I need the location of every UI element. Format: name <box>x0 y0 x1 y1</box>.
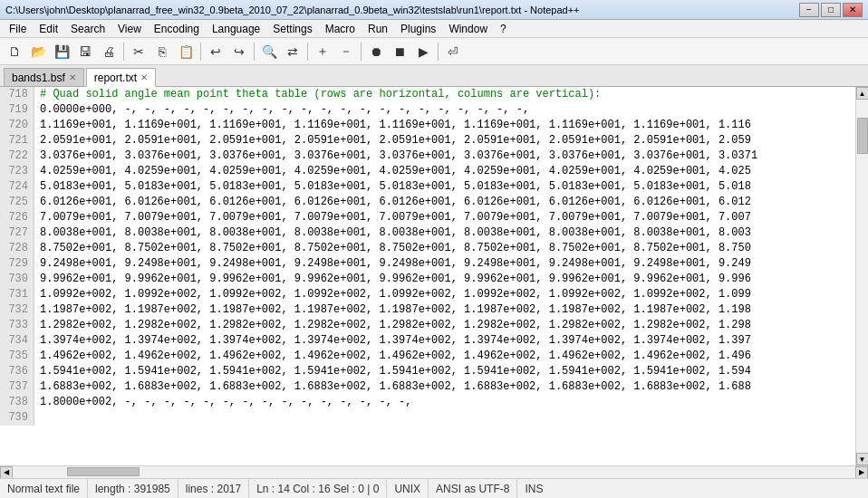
vertical-scrollbar[interactable]: ▲ ▼ <box>855 87 868 465</box>
scroll-up-button[interactable]: ▲ <box>856 87 869 100</box>
maximize-button[interactable]: □ <box>821 3 841 17</box>
tab-report-label: report.txt <box>94 72 137 84</box>
menu-item-macro[interactable]: Macro <box>320 22 361 36</box>
line-content[interactable]: 1.1169e+001, 1.1169e+001, 1.1169e+001, 1… <box>34 118 751 133</box>
line-number: 730 <box>0 272 34 287</box>
tab-bands1-close[interactable]: ✕ <box>69 72 76 82</box>
tab-report-close[interactable]: ✕ <box>140 72 148 82</box>
separator-1 <box>123 43 124 61</box>
table-row: 7190.0000e+000, -, -, -, -, -, -, -, -, … <box>0 102 855 118</box>
undo-button[interactable]: ↩ <box>205 41 227 62</box>
line-number: 731 <box>0 287 34 302</box>
scroll-down-button[interactable]: ▼ <box>856 453 869 465</box>
line-content[interactable]: 1.8000e+002, -, -, -, -, -, -, -, -, -, … <box>34 395 411 410</box>
menu-item-run[interactable]: Run <box>362 22 393 36</box>
toolbar: 🗋 📂 💾 🖫 🖨 ✂ ⎘ 📋 ↩ ↪ 🔍 ⇄ ＋ － ⏺ ⏹ ▶ ⏎ <box>0 38 868 65</box>
line-content[interactable]: 8.7502e+001, 8.7502e+001, 8.7502e+001, 8… <box>34 241 751 256</box>
tab-bands1[interactable]: bands1.bsf ✕ <box>4 68 84 86</box>
table-row: 7234.0259e+001, 4.0259e+001, 4.0259e+001… <box>0 164 855 179</box>
line-content[interactable]: 3.0376e+001, 3.0376e+001, 3.0376e+001, 3… <box>34 148 757 164</box>
table-row: 7341.3974e+002, 1.3974e+002, 1.3974e+002… <box>0 333 855 349</box>
scroll-track-h[interactable] <box>13 466 855 478</box>
table-row: 7212.0591e+001, 2.0591e+001, 2.0591e+001… <box>0 133 855 148</box>
scroll-left-button[interactable]: ◀ <box>0 466 13 479</box>
menu-item-file[interactable]: File <box>4 22 32 36</box>
line-number: 733 <box>0 318 34 333</box>
find-button[interactable]: 🔍 <box>258 41 280 62</box>
table-row: 739 <box>0 410 855 426</box>
redo-button[interactable]: ↪ <box>228 41 250 62</box>
line-content[interactable]: 7.0079e+001, 7.0079e+001, 7.0079e+001, 7… <box>34 210 751 225</box>
line-number: 736 <box>0 364 34 379</box>
status-eol: UNIX <box>387 479 429 498</box>
line-content[interactable]: 1.5941e+002, 1.5941e+002, 1.5941e+002, 1… <box>34 364 751 379</box>
menu-item-encoding[interactable]: Encoding <box>149 22 205 36</box>
replace-button[interactable]: ⇄ <box>282 41 304 62</box>
save-button[interactable]: 💾 <box>51 41 72 62</box>
table-row: 718# Quad solid angle mean point theta t… <box>0 87 855 102</box>
line-number: 719 <box>0 102 34 118</box>
copy-button[interactable]: ⎘ <box>151 41 173 62</box>
line-content[interactable]: 1.2982e+002, 1.2982e+002, 1.2982e+002, 1… <box>34 318 751 333</box>
line-content[interactable]: 8.0038e+001, 8.0038e+001, 8.0038e+001, 8… <box>34 225 751 241</box>
save-all-button[interactable]: 🖫 <box>74 41 96 62</box>
line-content[interactable]: 4.0259e+001, 4.0259e+001, 4.0259e+001, 4… <box>34 164 751 179</box>
paste-button[interactable]: 📋 <box>175 41 197 62</box>
menu-item-window[interactable]: Window <box>443 22 493 36</box>
line-content[interactable]: 1.6883e+002, 1.6883e+002, 1.6883e+002, 1… <box>34 379 751 395</box>
separator-5 <box>361 43 362 61</box>
line-number: 732 <box>0 302 34 318</box>
line-content[interactable]: 1.4962e+002, 1.4962e+002, 1.4962e+002, 1… <box>34 349 751 364</box>
editor-lines[interactable]: 718# Quad solid angle mean point theta t… <box>0 87 855 465</box>
status-lines: lines : 2017 <box>178 479 249 498</box>
line-content[interactable]: 1.1987e+002, 1.1987e+002, 1.1987e+002, 1… <box>34 302 751 318</box>
zoom-out-button[interactable]: － <box>335 41 357 62</box>
line-content[interactable]: 6.0126e+001, 6.0126e+001, 6.0126e+001, 6… <box>34 195 751 210</box>
line-content[interactable]: 9.9962e+001, 9.9962e+001, 9.9962e+001, 9… <box>34 272 751 287</box>
menu-item-plugins[interactable]: Plugins <box>395 22 441 36</box>
menu-item-search[interactable]: Search <box>65 22 111 36</box>
menu-item-edit[interactable]: Edit <box>34 22 63 36</box>
editor-scroll: 718# Quad solid angle mean point theta t… <box>0 87 868 465</box>
line-number: 725 <box>0 195 34 210</box>
cut-button[interactable]: ✂ <box>128 41 149 62</box>
line-number: 735 <box>0 349 34 364</box>
menu-item-view[interactable]: View <box>112 22 147 36</box>
macro-play-button[interactable]: ▶ <box>412 41 434 62</box>
tab-report[interactable]: report.txt ✕ <box>86 68 156 87</box>
line-content[interactable]: 9.2498e+001, 9.2498e+001, 9.2498e+001, 9… <box>34 256 751 272</box>
line-number: 722 <box>0 148 34 164</box>
line-number: 738 <box>0 395 34 410</box>
scroll-track-v[interactable] <box>856 100 868 453</box>
horizontal-scrollbar[interactable]: ◀ ▶ <box>0 465 868 478</box>
table-row: 7371.6883e+002, 1.6883e+002, 1.6883e+002… <box>0 379 855 395</box>
line-content[interactable]: 1.3974e+002, 1.3974e+002, 1.3974e+002, 1… <box>34 333 751 349</box>
minimize-button[interactable]: − <box>799 3 819 17</box>
menu-item-settings[interactable]: Settings <box>267 22 317 36</box>
line-content[interactable] <box>34 410 40 426</box>
scroll-thumb-v[interactable] <box>857 118 868 154</box>
wrap-button[interactable]: ⏎ <box>442 41 464 62</box>
table-row: 7223.0376e+001, 3.0376e+001, 3.0376e+001… <box>0 148 855 164</box>
print-button[interactable]: 🖨 <box>98 41 120 62</box>
line-content[interactable]: 0.0000e+000, -, -, -, -, -, -, -, -, -, … <box>34 102 529 118</box>
scroll-thumb-h[interactable] <box>67 467 140 476</box>
line-content[interactable]: 1.0992e+002, 1.0992e+002, 1.0992e+002, 1… <box>34 287 751 302</box>
status-filetype: Normal text file <box>7 479 88 498</box>
scroll-right-button[interactable]: ▶ <box>855 466 868 479</box>
new-button[interactable]: 🗋 <box>4 41 25 62</box>
line-number: 720 <box>0 118 34 133</box>
line-content[interactable]: 5.0183e+001, 5.0183e+001, 5.0183e+001, 5… <box>34 179 751 195</box>
macro-record-button[interactable]: ⏺ <box>365 41 387 62</box>
line-content[interactable]: # Quad solid angle mean point theta tabl… <box>34 87 601 102</box>
line-number: 739 <box>0 410 34 426</box>
zoom-in-button[interactable]: ＋ <box>312 41 333 62</box>
menu-item-?[interactable]: ? <box>495 22 512 36</box>
macro-stop-button[interactable]: ⏹ <box>389 41 410 62</box>
table-row: 7299.2498e+001, 9.2498e+001, 9.2498e+001… <box>0 256 855 272</box>
menu-item-language[interactable]: Language <box>207 22 265 36</box>
close-button[interactable]: ✕ <box>843 3 863 17</box>
line-content[interactable]: 2.0591e+001, 2.0591e+001, 2.0591e+001, 2… <box>34 133 751 148</box>
line-number: 729 <box>0 256 34 272</box>
open-button[interactable]: 📂 <box>27 41 49 62</box>
